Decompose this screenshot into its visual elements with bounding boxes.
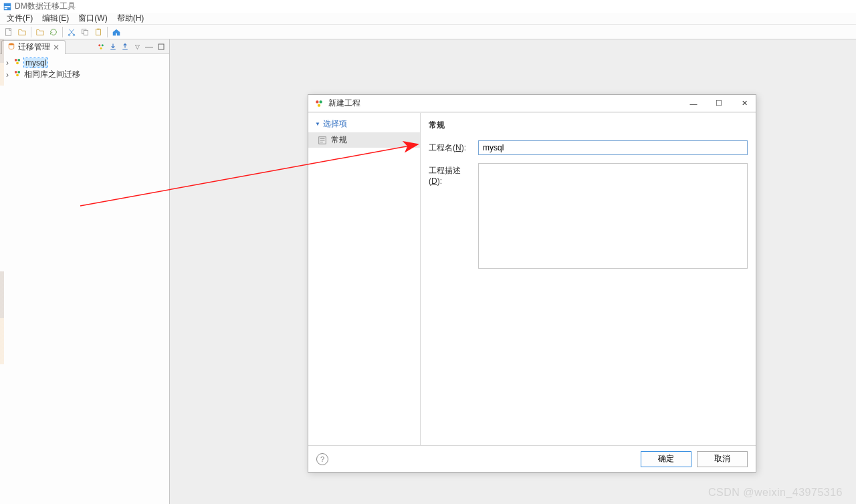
refresh-icon[interactable] [47,26,60,38]
sidebar-item-general[interactable]: 常规 [308,132,420,148]
menu-edit[interactable]: 编辑(E) [38,12,73,25]
tab-migration-mgmt[interactable]: 迁移管理 ✕ [1,40,66,54]
menu-help[interactable]: 帮助(H) [113,12,148,25]
window-maximize-icon[interactable]: ☐ [713,99,725,108]
tree-item-label: mysql [24,58,47,68]
panel-export-icon[interactable] [120,41,130,52]
cluster-icon [13,70,21,80]
project-name-input[interactable] [478,140,748,155]
form-icon [318,136,327,145]
svg-point-16 [17,59,20,61]
project-desc-textarea[interactable] [478,163,748,269]
home-icon[interactable] [110,26,122,38]
paste-icon[interactable] [92,26,104,38]
tree-item-label: 相同库之间迁移 [24,69,80,80]
expander-icon[interactable]: › [4,70,11,80]
cut-icon[interactable] [66,26,78,38]
tab-close-icon[interactable]: ✕ [53,43,60,52]
dialog-title: 新建工程 [328,98,360,109]
svg-point-21 [316,100,318,103]
dialog-footer: ? 确定 取消 [308,445,756,472]
svg-rect-9 [97,28,100,29]
side-panel: 迁移管理 ✕ ▽ — › mysql › 相同库之间迁移 [0,39,170,504]
new-project-dialog: 新建工程 — ☐ ✕ 选择项 常规 常规 工程名(N): 工程描述(D): [308,94,756,473]
svg-rect-14 [158,44,164,49]
watermark: CSDN @weixin_43975316 [708,487,843,499]
side-tabs: 迁移管理 ✕ ▽ — [0,39,169,54]
panel-import-icon[interactable] [108,41,118,52]
cluster-icon [13,57,21,68]
dialog-titlebar[interactable]: 新建工程 — ☐ ✕ [308,95,756,112]
tree-item-mysql[interactable]: › mysql [1,57,168,68]
window-minimize-icon[interactable]: — [687,100,700,108]
svg-rect-3 [6,28,11,35]
app-icon [3,2,12,11]
menu-file[interactable]: 文件(F) [3,12,37,25]
decorative-strip [0,39,4,504]
toolbar [0,25,856,39]
svg-point-18 [15,71,17,74]
ok-button[interactable]: 确定 [641,451,691,467]
tab-label: 迁移管理 [18,41,50,53]
svg-point-23 [318,104,320,106]
svg-point-17 [16,61,19,64]
sidebar-item-label: 常规 [331,134,347,146]
new-file-icon[interactable] [3,26,15,38]
separator [31,27,31,37]
panel-dropdown-icon[interactable]: ▽ [132,41,142,52]
titlebar: DM数据迁移工具 [0,0,856,13]
svg-point-10 [9,43,14,45]
project-tree: › mysql › 相同库之间迁移 [0,54,169,84]
svg-point-20 [16,74,19,76]
help-icon[interactable]: ? [316,453,328,465]
separator [107,27,108,37]
svg-point-22 [319,100,322,103]
project-desc-label: 工程描述(D): [429,163,471,186]
cluster-icon [314,98,324,109]
folder-icon[interactable] [34,26,46,38]
section-title: 常规 [429,120,748,131]
tree-item-same-db[interactable]: › 相同库之间迁移 [1,68,168,81]
svg-rect-7 [84,30,88,35]
panel-minimize-icon[interactable]: — [144,41,154,52]
separator [62,27,63,37]
copy-icon[interactable] [79,26,91,38]
panel-cluster-icon[interactable] [96,41,106,52]
app-title: DM数据迁移工具 [15,1,76,12]
window-close-icon[interactable]: ✕ [738,99,750,108]
sidebar-section-header[interactable]: 选择项 [308,116,420,132]
svg-point-15 [15,59,17,61]
svg-rect-8 [96,29,101,35]
dialog-sidebar: 选择项 常规 [308,113,421,445]
dialog-main: 常规 工程名(N): 工程描述(D): [421,113,756,445]
cancel-button[interactable]: 取消 [697,451,748,467]
open-file-icon[interactable] [16,26,28,38]
expander-icon[interactable]: › [4,58,11,68]
svg-point-13 [100,47,102,49]
svg-rect-2 [5,7,7,9]
svg-point-12 [102,44,104,46]
menubar: 文件(F) 编辑(E) 窗口(W) 帮助(H) [0,13,856,25]
svg-rect-1 [5,6,11,7]
menu-window[interactable]: 窗口(W) [74,12,111,25]
tab-db-icon [7,42,15,52]
dialog-body: 选择项 常规 常规 工程名(N): 工程描述(D): [308,112,756,445]
panel-maximize-icon[interactable] [156,41,167,52]
svg-point-11 [98,44,100,46]
project-name-label: 工程名(N): [429,140,471,154]
svg-point-19 [17,71,20,74]
